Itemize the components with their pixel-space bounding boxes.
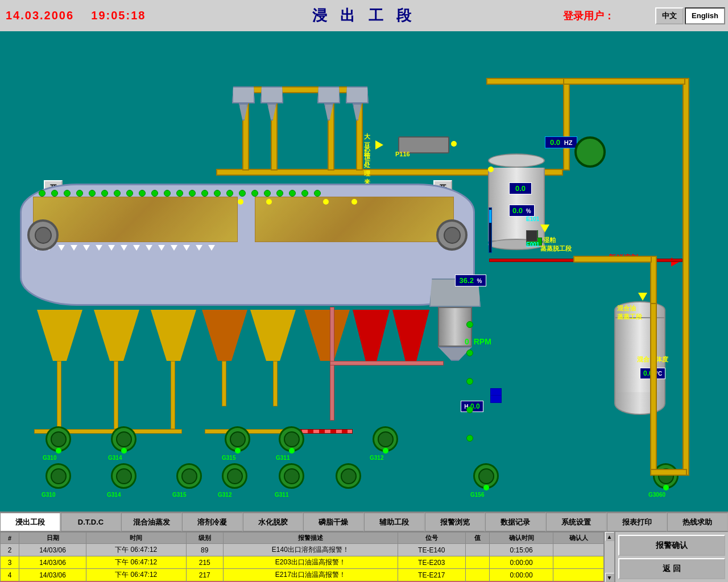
nav-alarm-browse[interactable]: 报警浏览 (425, 513, 486, 531)
pump-G314-indicator (121, 448, 127, 454)
indicator-label-1: E101 (526, 216, 539, 222)
pump-G156-indicator (483, 485, 489, 490)
valve-2 (466, 350, 473, 356)
pump-G315-indicator (235, 448, 241, 454)
alarm-row-3: 3 14/03/06 下午 06:47:12 215 E203出口油温高报警！ … (1, 556, 604, 569)
pump-b2-label: G314 (107, 492, 121, 498)
conn-dot-4 (351, 199, 357, 205)
sep-funnel-yellow-1 (37, 310, 82, 361)
nozzle-12 (176, 190, 183, 197)
nozzle-17 (239, 190, 246, 197)
nozzle-4 (76, 190, 83, 197)
extractor-body (20, 184, 475, 306)
pump-G311-indicator (289, 448, 295, 454)
nav-auxiliary[interactable]: 辅助工段 (364, 513, 425, 531)
right-separator (429, 278, 481, 358)
nav-degum[interactable]: 水化脱胶 (243, 513, 304, 531)
col-level: 级别 (186, 533, 224, 544)
drain-arrow-7 (108, 245, 115, 251)
drain-arrow-4 (71, 245, 77, 251)
pump-b5-label: G311 (275, 492, 288, 498)
alarm-return-button[interactable]: 返 回 (618, 558, 725, 579)
pump-G312-indicator (383, 448, 388, 454)
sep-funnel-yellow-4 (250, 310, 296, 361)
col-ackby: 确认人 (553, 533, 604, 544)
pump-G314-label: G314 (108, 455, 122, 461)
nozzle-row-top (39, 190, 321, 197)
nav-lecithin-dry[interactable]: 磷脂干燥 (303, 513, 364, 531)
blue-motor-2 (490, 395, 502, 403)
pipe-top-right-h (486, 78, 565, 85)
arrow-to-evap (540, 225, 549, 232)
drain-arrow-6 (96, 245, 102, 251)
nav-hotline[interactable]: 热线求助 (667, 513, 728, 531)
pump-G312-label: G312 (370, 455, 383, 461)
drain-arrow-11 (158, 245, 165, 251)
drain-arrow-13 (183, 245, 190, 251)
alarm-area: # 日期 时间 级别 报警描述 位号 值 确认时间 确认人 2 14/03/06… (0, 531, 728, 582)
nav-leaching[interactable]: 浸出工段 (0, 513, 61, 531)
lang-en-button[interactable]: English (685, 7, 725, 24)
datetime-display: 14.03.2006 19:05:18 (6, 9, 146, 22)
date-display: 14.03.2006 (6, 9, 74, 22)
drain-arrow-8 (121, 245, 127, 251)
pct-value: 36.2 (460, 276, 474, 285)
pump-G311-label: G311 (276, 455, 289, 461)
pump-b1-label: G310 (42, 492, 55, 498)
nav-dtdc[interactable]: D.T.D.C (61, 513, 122, 531)
pump-G314 (111, 426, 136, 452)
col-desc: 报警描述 (224, 533, 398, 544)
pv-bottom-h-pipe (650, 469, 687, 476)
pipe-funnel-2 (114, 361, 118, 429)
nozzle-23 (314, 190, 321, 197)
nozzle-7 (114, 190, 121, 197)
pipe-right-main-v (682, 78, 689, 476)
wet-meal-label: 湿粕 (543, 236, 556, 244)
p116-label: P116 (395, 151, 410, 157)
conn-dot-3 (323, 199, 329, 205)
pipe-funnel-4 (222, 361, 226, 406)
nozzle-8 (126, 190, 133, 197)
language-selector: 中文 English (655, 7, 725, 24)
nozzle-1 (39, 190, 46, 197)
col-time: 时间 (86, 533, 186, 544)
scroll-up-arrow[interactable]: ▲ (605, 532, 614, 541)
conn-dot-1 (238, 199, 243, 205)
main-pipe-h1 (216, 169, 489, 176)
pct-display: 36.2 % (455, 275, 486, 286)
nav-data-log[interactable]: 数据记录 (485, 513, 546, 531)
drain-arrow-10 (146, 245, 152, 251)
pump-G156-label: G156 (470, 492, 484, 498)
nozzle-14 (201, 190, 208, 197)
alarm-table: # 日期 时间 级别 报警描述 位号 值 确认时间 确认人 2 14/03/06… (0, 532, 604, 582)
header: 14.03.2006 19:05:18 浸 出 工 段 登录用户： 中文 Eng… (0, 0, 728, 31)
pump-G315-label: G315 (222, 455, 235, 461)
nav-solvent-cond[interactable]: 溶剂冷凝 (182, 513, 243, 531)
pipe-to-tank-v (563, 78, 570, 171)
cyclone-2 (260, 86, 283, 120)
nav-oil-evap[interactable]: 混合油蒸发 (121, 513, 182, 531)
pump-G312 (373, 426, 398, 452)
nozzle-16 (226, 190, 233, 197)
drain-arrows-row (33, 245, 215, 251)
scroll-down-arrow[interactable]: ▼ (605, 573, 614, 582)
drain-arrow-5 (83, 245, 90, 251)
pump-G315 (225, 426, 250, 452)
soybean-arrow (375, 140, 383, 149)
lang-cn-button[interactable]: 中文 (655, 7, 684, 24)
alarm-confirm-button[interactable]: 报警确认 (618, 535, 725, 556)
right-tank-pipe-v (650, 256, 657, 304)
nav-system-settings[interactable]: 系统设置 (546, 513, 607, 531)
col-date: 日期 (19, 533, 86, 544)
conn-dot-5 (488, 167, 494, 172)
valve-1 (466, 321, 473, 328)
drain-arrow-3 (58, 245, 65, 251)
nozzle-18 (251, 190, 258, 197)
nav-reports[interactable]: 报表打印 (607, 513, 668, 531)
evap-section-label: 蒸蒸脱工段 (540, 244, 572, 253)
freq-display: 0.0 HZ (545, 136, 577, 148)
nozzle-21 (289, 190, 296, 197)
evap-section-label2: 蒸蒸工段 (617, 313, 642, 321)
sep-funnel-red-2 (392, 310, 429, 361)
rpm-value: 0 (465, 337, 469, 346)
